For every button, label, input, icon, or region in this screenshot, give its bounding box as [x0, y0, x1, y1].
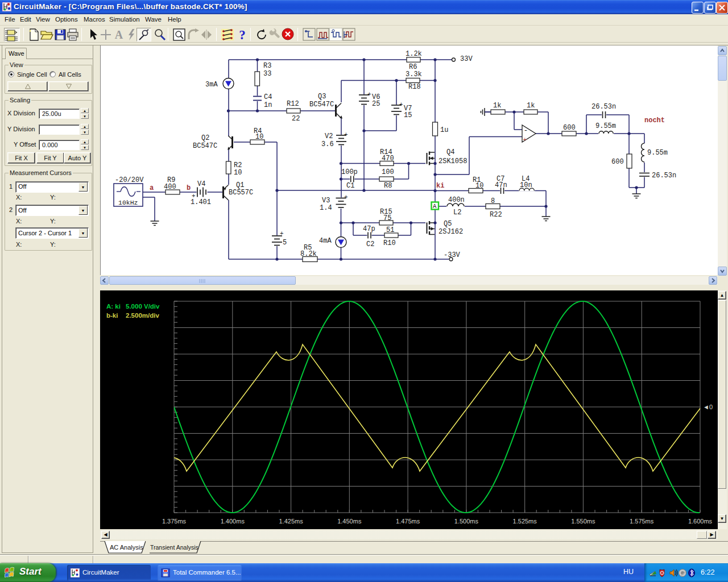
svg-text:9.55m: 9.55m [647, 149, 668, 157]
svg-text:1.425ms: 1.425ms [279, 518, 303, 525]
svg-text:2.500m/div: 2.500m/div [126, 312, 159, 319]
svg-text:2SJ162: 2SJ162 [439, 228, 463, 236]
svg-text:1.4: 1.4 [320, 204, 332, 212]
svg-text:10kHz: 10kHz [118, 199, 138, 206]
svg-text:BC547C: BC547C [193, 142, 217, 150]
svg-text:Q2: Q2 [201, 134, 209, 142]
svg-text:1n: 1n [264, 101, 272, 109]
svg-text:Q1: Q1 [236, 181, 244, 189]
svg-text:V4: V4 [197, 180, 205, 188]
svg-text:b-ki: b-ki [106, 312, 118, 319]
svg-text:47p: 47p [363, 225, 375, 233]
svg-text:R22: R22 [490, 211, 502, 219]
svg-text:?: ? [239, 28, 246, 41]
svg-text:+: + [399, 101, 403, 108]
svg-text:400: 400 [164, 183, 176, 191]
svg-text:1.375ms: 1.375ms [162, 518, 187, 525]
svg-text:33: 33 [263, 70, 271, 78]
svg-text:5: 5 [283, 239, 287, 247]
svg-text:5.000 V/div: 5.000 V/div [126, 303, 160, 310]
svg-text:R3: R3 [263, 62, 271, 70]
svg-text:a: a [150, 184, 154, 192]
svg-text:1.475ms: 1.475ms [396, 518, 420, 525]
svg-text:R18: R18 [408, 83, 421, 91]
svg-text:8.2k: 8.2k [300, 250, 317, 258]
svg-text:100p: 100p [341, 168, 358, 176]
svg-text:Transient Analysis: Transient Analysis [150, 544, 198, 551]
svg-text:10: 10 [475, 182, 483, 190]
svg-text:+: + [523, 136, 527, 143]
svg-text:R12: R12 [287, 100, 299, 108]
svg-text:◄0: ◄0 [703, 404, 713, 410]
svg-text:51: 51 [386, 226, 394, 234]
svg-text:47n: 47n [495, 181, 507, 189]
svg-text:26.53n: 26.53n [592, 103, 616, 111]
svg-text:A: ki: A: ki [106, 303, 121, 310]
svg-text:Q3: Q3 [318, 93, 326, 101]
svg-text:+: + [344, 131, 348, 138]
svg-text:9.55m: 9.55m [595, 122, 616, 130]
svg-text:ki: ki [436, 182, 444, 190]
svg-text:-: - [524, 126, 528, 135]
svg-text:Q5: Q5 [444, 220, 452, 228]
svg-text:8: 8 [491, 197, 495, 205]
svg-text:22: 22 [292, 115, 300, 123]
svg-text:R8: R8 [384, 182, 392, 190]
svg-text:10: 10 [234, 169, 242, 177]
svg-text:15: 15 [404, 111, 412, 119]
svg-text:1.525ms: 1.525ms [513, 518, 537, 525]
svg-text:3.3k: 3.3k [406, 70, 422, 78]
svg-text:R2: R2 [234, 161, 242, 169]
svg-text:R6: R6 [409, 63, 417, 71]
svg-text:1.600ms: 1.600ms [688, 518, 713, 525]
svg-text:AC Analysis: AC Analysis [110, 544, 143, 551]
svg-text:C1: C1 [346, 182, 354, 190]
svg-text:10n: 10n [520, 181, 532, 189]
svg-text:1.575ms: 1.575ms [630, 518, 654, 525]
svg-text:1.400ms: 1.400ms [221, 518, 245, 525]
svg-text:nocht: nocht [644, 117, 665, 124]
svg-text:2SK1058: 2SK1058 [439, 157, 467, 165]
svg-text:L2: L2 [453, 209, 461, 217]
svg-text:+: + [367, 91, 371, 98]
svg-text:25: 25 [372, 100, 380, 108]
svg-text:1k: 1k [493, 102, 501, 110]
svg-text:V3: V3 [322, 197, 330, 205]
svg-text:10: 10 [255, 133, 263, 141]
svg-text:75: 75 [383, 214, 391, 222]
svg-text:V2: V2 [325, 132, 333, 140]
svg-text:1u: 1u [440, 126, 448, 134]
svg-text:+: + [280, 230, 284, 237]
svg-text:C4: C4 [264, 93, 272, 101]
svg-text:1.500ms: 1.500ms [454, 518, 479, 525]
svg-text:-20/20V: -20/20V [115, 176, 144, 184]
svg-text:A: A [115, 28, 123, 41]
svg-text:1.550ms: 1.550ms [571, 518, 595, 525]
svg-text:R10: R10 [383, 239, 396, 247]
svg-text:26.53n: 26.53n [652, 172, 676, 180]
svg-text:100: 100 [382, 168, 394, 176]
svg-text:4mA: 4mA [319, 237, 332, 245]
svg-text:1.2k: 1.2k [406, 50, 422, 58]
svg-text:1.450ms: 1.450ms [337, 518, 362, 525]
svg-text:Q4: Q4 [446, 148, 454, 156]
svg-text:1.401: 1.401 [191, 198, 211, 206]
svg-text:C2: C2 [366, 240, 374, 248]
svg-text:400n: 400n [448, 196, 465, 204]
svg-text:1k: 1k [527, 102, 535, 110]
svg-text:BC557C: BC557C [229, 189, 253, 197]
svg-text:b: b [187, 184, 191, 192]
svg-text:+: + [344, 194, 348, 201]
svg-text:600: 600 [611, 158, 624, 166]
svg-text:A: A [433, 203, 437, 210]
svg-text:BC547C: BC547C [309, 101, 334, 109]
svg-text:470: 470 [382, 155, 394, 163]
svg-text:33V: 33V [460, 55, 473, 63]
svg-text:-33V: -33V [444, 251, 461, 259]
svg-text:3.6: 3.6 [321, 140, 334, 148]
svg-text:3mA: 3mA [205, 81, 218, 89]
svg-text:600: 600 [563, 124, 576, 132]
